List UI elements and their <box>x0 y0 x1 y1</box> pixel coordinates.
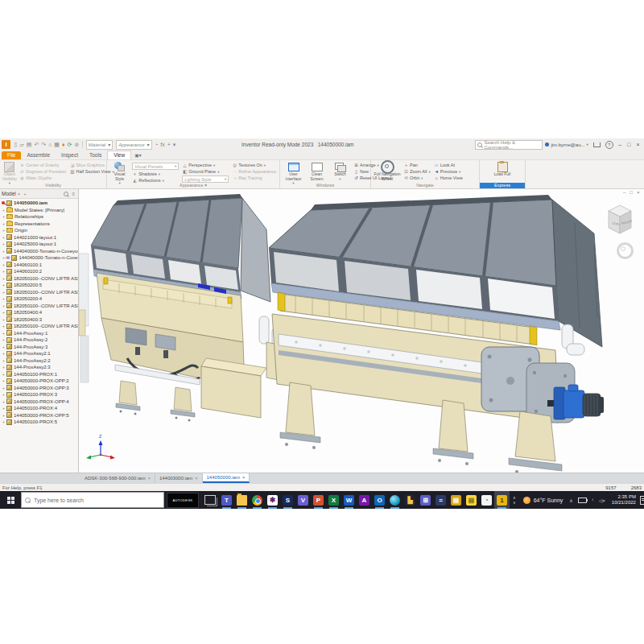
taskbar-app-slack[interactable]: ✱ <box>265 491 280 509</box>
tree-item[interactable]: +144-ProxAssy2:2 <box>0 357 78 365</box>
tree-item[interactable]: +182050100--CONV LIFTR ASSY:3 <box>0 289 78 296</box>
tree-item[interactable]: +182050100--CONV LIFTR ASSY:2 <box>0 303 78 310</box>
home-icon[interactable]: ⌂ <box>48 140 52 149</box>
browser-tab-close-icon[interactable]: × <box>18 192 21 196</box>
update-icon[interactable]: ⟳ <box>68 140 72 149</box>
parameters-fx-icon[interactable]: fx <box>160 140 164 149</box>
tree-item[interactable]: +144-ProxAssy:3 <box>0 344 78 351</box>
tree-item[interactable]: +144050100-PROX:3 <box>0 391 78 398</box>
tree-item[interactable]: +144060100:1 <box>0 262 78 269</box>
expand-icon[interactable]: + <box>2 365 6 369</box>
doc-close-button[interactable]: × <box>637 190 640 195</box>
taskbar-app-visio[interactable]: V <box>295 491 311 509</box>
expand-icon[interactable]: + <box>2 228 6 233</box>
steering-wheel-icon[interactable] <box>617 242 634 259</box>
camera-tab-icon[interactable]: ▣▾ <box>134 152 142 159</box>
minimize-button[interactable]: – <box>618 142 621 147</box>
action-center-icon[interactable] <box>640 496 644 505</box>
tree-item[interactable]: +144050000-PROX-OPP:2 <box>0 378 78 385</box>
thumbnail-icon[interactable]: ▦ <box>54 140 60 149</box>
tree-item[interactable]: +144060100:2 <box>0 268 78 275</box>
tree-item[interactable]: +144-ProxAssy2:3 <box>0 364 78 371</box>
taskbar-app-excel[interactable]: X <box>326 491 341 509</box>
expand-icon[interactable]: + <box>2 317 6 322</box>
weather-widget[interactable]: 64°F Sunny <box>523 497 564 504</box>
start-button[interactable] <box>0 491 21 509</box>
doc-tab[interactable]: ADSK-300-568-900-000.iam× <box>80 473 155 483</box>
tree-item[interactable]: +144050100-PROX:4 <box>0 405 78 412</box>
add-qat-icon[interactable]: + <box>167 140 171 149</box>
panel-label-appearance[interactable]: Appearance ▾ <box>107 183 279 188</box>
taskbar-app-project-folder[interactable]: ▙ <box>402 491 418 509</box>
tree-item[interactable]: +182050400:3 <box>0 316 78 324</box>
button-refine-appearance[interactable]: ◔Refine Appearance <box>232 168 276 175</box>
close-button[interactable]: × <box>636 142 639 147</box>
expand-icon[interactable]: + <box>2 276 6 281</box>
expand-icon[interactable]: + <box>2 378 6 383</box>
full-navigation-wheel-button[interactable]: Full Navigation Wheel <box>374 162 401 181</box>
tree-item[interactable]: +144-ProxAssy:2 <box>0 336 78 344</box>
dropdown-lighting-style[interactable]: Lighting Style▾ <box>182 175 229 183</box>
button-clean-screen[interactable]: Clean Screen <box>306 162 328 185</box>
expand-icon[interactable]: + <box>2 269 6 274</box>
button-shadows[interactable]: ◐Shadows▾ <box>132 171 179 177</box>
ribbon-tab-file[interactable]: File <box>2 151 21 159</box>
redo-icon[interactable]: ↷ <box>41 140 46 149</box>
tree-item[interactable]: +Model States: [Primary] <box>0 207 78 214</box>
browser-add-tab-icon[interactable]: + <box>23 192 27 196</box>
tree-item[interactable]: +144-ProxAssy2:1 <box>0 350 78 357</box>
tree-item[interactable]: +182050100--CONV LIFTR ASSY:4 <box>0 323 78 330</box>
ribbon-tab-view[interactable]: View <box>107 151 131 159</box>
help-search-input[interactable]: Search Help & Commands... <box>475 140 543 150</box>
appearance-dropdown[interactable]: Appearance ▾ <box>116 140 151 150</box>
expand-icon[interactable]: + <box>2 235 6 240</box>
taskbar-app-access[interactable]: A <box>357 491 372 509</box>
expand-icon[interactable]: + <box>2 331 6 336</box>
speaker-muted-icon[interactable]: ◁× <box>599 497 605 503</box>
tree-item[interactable]: +144040000-Tomato-n-Coveyors:1 <box>0 248 78 255</box>
button-ray-tracing[interactable]: ◑Ray Tracing <box>232 175 276 181</box>
store-cart-icon[interactable] <box>593 142 601 147</box>
battery-icon[interactable] <box>578 497 587 503</box>
button-switch[interactable]: Switch▾ <box>329 162 351 185</box>
upload-arrow-icon[interactable]: ↑ <box>592 497 594 502</box>
expand-icon[interactable]: + <box>2 310 6 315</box>
tree-item[interactable]: +144050000-PROX-OPP:5 <box>0 412 78 419</box>
expand-icon[interactable]: + <box>2 392 6 397</box>
iproperties-icon[interactable]: ♦ <box>62 140 65 149</box>
expand-icon[interactable]: + <box>2 296 6 301</box>
taskbar-app-word[interactable]: W <box>341 491 357 509</box>
taskbar-app-teams[interactable]: T <box>219 491 234 509</box>
tab-model[interactable]: Model <box>2 191 16 196</box>
taskbar-app-remote-desktop[interactable]: ⊞ <box>418 491 433 509</box>
expand-icon[interactable]: + <box>2 372 6 377</box>
help-icon[interactable]: ? <box>605 141 613 149</box>
account-menu[interactable]: jim.byrne@au... ▾ <box>545 142 588 147</box>
tree-item[interactable]: +144050000-PROX-OPP:4 <box>0 398 78 406</box>
visual-style-button[interactable]: Visual Style ▾ <box>109 162 130 185</box>
tree-item[interactable]: +182050200:4 <box>0 295 78 303</box>
doc-tab-close-icon[interactable]: × <box>148 476 151 481</box>
expand-icon[interactable]: + <box>2 283 6 287</box>
expand-icon[interactable]: + <box>2 358 6 363</box>
tree-item[interactable]: +144021000-layout:1 <box>0 234 78 242</box>
browser-menu-icon[interactable]: ≡ <box>72 192 75 196</box>
dropdown-visual-presets[interactable]: Visual Presets▾ <box>132 163 179 170</box>
button-previous[interactable]: ◄Previous▾ <box>434 168 463 175</box>
expand-icon[interactable]: + <box>2 324 6 328</box>
taskbar-app-paint[interactable]: ◔ <box>479 491 494 509</box>
doc-tab-close-icon[interactable]: × <box>242 475 245 480</box>
doc-restore-button[interactable]: □ <box>630 190 633 195</box>
3d-viewport[interactable]: – □ × LEFT FRONT <box>79 189 644 473</box>
expand-icon[interactable]: + <box>2 413 6 418</box>
button-imate-glyphs[interactable]: ◉iMate Glyphs <box>19 175 66 181</box>
browser-search-icon[interactable] <box>64 192 68 196</box>
expand-icon[interactable]: + <box>2 406 6 411</box>
expand-icon[interactable]: + <box>2 386 6 390</box>
taskbar-app-edge[interactable] <box>387 491 402 509</box>
taskbar-app-outlook[interactable]: O <box>372 491 387 509</box>
doc-tab[interactable]: 144003000.iam× <box>155 473 203 483</box>
task-view-button[interactable] <box>204 495 216 505</box>
button-textures-on[interactable]: ◎Textures On▾ <box>232 162 276 168</box>
doc-tab[interactable]: 144050000.iam× <box>203 473 250 483</box>
